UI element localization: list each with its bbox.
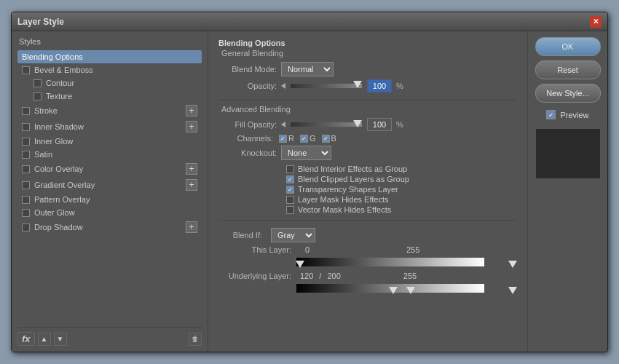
fill-opacity-input[interactable] <box>367 118 392 131</box>
sidebar-item-label: Gradient Overlay <box>34 181 186 189</box>
left-panel: Styles Blending Options Bevel & Emboss C… <box>12 31 208 352</box>
this-layer-handle-left[interactable] <box>296 261 304 268</box>
color-overlay-checkbox[interactable] <box>22 165 30 173</box>
blend-interior-effects-label: Blend Interior Effects as Group <box>298 165 407 173</box>
fill-opacity-label: Fill Opacity: <box>218 120 277 129</box>
advanced-blending-label: Advanced Blending <box>221 105 517 114</box>
this-layer-slider-container <box>296 257 517 267</box>
underlying-handle-left-b[interactable] <box>406 287 415 294</box>
fill-opacity-slider[interactable] <box>290 122 363 127</box>
sidebar-item-stroke[interactable]: Stroke + <box>17 103 202 119</box>
close-button[interactable]: ✕ <box>590 16 602 28</box>
advanced-checkboxes: Blend Interior Effects as Group Blend Cl… <box>280 165 517 215</box>
this-layer-row: This Layer: 0 255 <box>218 245 517 254</box>
this-layer-slider[interactable] <box>296 257 485 267</box>
channel-b: B <box>322 134 336 143</box>
blend-if-row: Blend If: Gray Red Green Blue <box>218 228 517 242</box>
opacity-input[interactable] <box>367 79 392 92</box>
opacity-slider[interactable] <box>290 83 363 89</box>
sidebar-item-label: Blending Options <box>22 52 197 61</box>
channel-g-checkbox[interactable] <box>300 135 308 143</box>
blend-if-select[interactable]: Gray Red Green Blue <box>271 228 315 242</box>
underlying-layer-mid: / <box>319 272 321 280</box>
opacity-handle[interactable] <box>353 81 362 88</box>
blend-clipped-layers-label: Blend Clipped Layers as Group <box>298 175 409 183</box>
blend-clipped-layers-row: Blend Clipped Layers as Group <box>286 175 517 183</box>
layer-mask-hides-checkbox[interactable] <box>286 196 294 204</box>
sidebar-item-label: Texture <box>46 92 197 100</box>
general-blending-label: General Blending <box>221 49 517 58</box>
channel-b-label: B <box>331 134 336 143</box>
gradient-overlay-checkbox[interactable] <box>22 181 30 189</box>
opacity-pct: % <box>396 82 403 90</box>
texture-checkbox[interactable] <box>33 92 42 100</box>
sidebar-item-label: Inner Shadow <box>34 122 186 131</box>
sidebar-item-inner-glow[interactable]: Inner Glow <box>17 135 202 148</box>
sidebar-item-drop-shadow[interactable]: Drop Shadow + <box>17 219 202 235</box>
dialog-body: Styles Blending Options Bevel & Emboss C… <box>12 31 607 352</box>
underlying-layer-row: Underlying Layer: 120 / 200 255 <box>218 272 517 280</box>
satin-checkbox[interactable] <box>22 151 30 159</box>
vector-mask-hides-checkbox[interactable] <box>286 206 294 214</box>
fill-opacity-arrow-icon <box>281 122 285 127</box>
move-up-button[interactable]: ▲ <box>38 333 51 346</box>
sidebar-item-pattern-overlay[interactable]: Pattern Overlay <box>17 193 202 206</box>
new-style-button[interactable]: New Style... <box>535 84 601 103</box>
sidebar-item-label: Inner Glow <box>34 137 197 146</box>
outer-glow-checkbox[interactable] <box>22 209 30 217</box>
blend-mode-select[interactable]: Normal Dissolve Multiply Screen Overlay <box>281 62 334 76</box>
transparency-shapes-checkbox[interactable] <box>286 186 294 194</box>
inner-shadow-add-button[interactable]: + <box>186 121 197 132</box>
channel-r-checkbox[interactable] <box>279 135 287 143</box>
title-bar: Layer Style ✕ <box>12 12 607 31</box>
stroke-add-button[interactable]: + <box>186 105 197 116</box>
channel-b-checkbox[interactable] <box>322 135 330 143</box>
this-layer-min: 0 <box>300 245 315 254</box>
drop-shadow-checkbox[interactable] <box>22 223 30 232</box>
pattern-overlay-checkbox[interactable] <box>22 196 30 204</box>
underlying-layer-slider-container <box>296 283 517 293</box>
sidebar-item-gradient-overlay[interactable]: Gradient Overlay + <box>17 177 202 193</box>
blend-mode-row: Blend Mode: Normal Dissolve Multiply Scr… <box>218 62 517 76</box>
sidebar-item-color-overlay[interactable]: Color Overlay + <box>17 161 202 177</box>
blend-interior-effects-checkbox[interactable] <box>286 165 294 173</box>
underlying-handle-left-a[interactable] <box>389 287 398 294</box>
move-down-button[interactable]: ▼ <box>54 333 67 346</box>
inner-shadow-checkbox[interactable] <box>22 123 30 131</box>
blend-clipped-layers-checkbox[interactable] <box>286 175 294 183</box>
ok-button[interactable]: OK <box>535 37 601 56</box>
preview-label: Preview <box>560 111 588 119</box>
gradient-overlay-add-button[interactable]: + <box>186 179 197 191</box>
sidebar-item-texture[interactable]: Texture <box>17 90 202 103</box>
fill-opacity-handle[interactable] <box>353 120 362 127</box>
stroke-checkbox[interactable] <box>22 107 30 115</box>
reset-button[interactable]: Reset <box>535 60 601 79</box>
bevel-emboss-checkbox[interactable] <box>22 66 30 74</box>
opacity-label: Opacity: <box>218 82 277 90</box>
drop-shadow-add-button[interactable]: + <box>186 221 197 233</box>
color-overlay-add-button[interactable]: + <box>186 163 197 175</box>
sidebar-item-satin[interactable]: Satin <box>17 148 202 161</box>
channel-g: G <box>300 134 316 143</box>
contour-checkbox[interactable] <box>33 79 42 87</box>
sidebar-item-label: Outer Glow <box>34 208 197 217</box>
inner-glow-checkbox[interactable] <box>22 138 30 146</box>
sidebar-item-label: Pattern Overlay <box>34 195 197 204</box>
sidebar-item-inner-shadow[interactable]: Inner Shadow + <box>17 119 202 135</box>
underlying-handle-right[interactable] <box>508 287 517 294</box>
sidebar-item-label: Contour <box>46 79 197 87</box>
knockout-select[interactable]: None Shallow Deep <box>281 146 331 160</box>
dialog-title: Layer Style <box>17 17 64 27</box>
delete-button[interactable]: 🗑 <box>189 333 202 346</box>
this-layer-handle-right[interactable] <box>508 261 517 268</box>
preview-row: Preview <box>534 110 602 119</box>
opacity-arrow-icon <box>281 83 285 89</box>
sidebar-item-blending-options[interactable]: Blending Options <box>17 50 202 63</box>
fx-button[interactable]: fx <box>17 332 35 346</box>
sidebar-item-contour[interactable]: Contour <box>17 76 202 90</box>
preview-checkbox[interactable] <box>546 110 556 119</box>
middle-panel: Blending Options General Blending Blend … <box>208 31 527 352</box>
sidebar-item-outer-glow[interactable]: Outer Glow <box>17 206 202 219</box>
sidebar-item-bevel-emboss[interactable]: Bevel & Emboss <box>17 63 202 76</box>
vector-mask-hides-row: Vector Mask Hides Effects <box>286 205 517 214</box>
